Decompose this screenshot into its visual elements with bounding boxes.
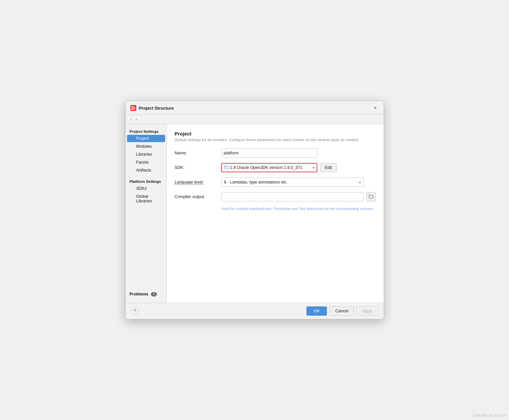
language-chevron-icon: ▾ — [359, 181, 361, 184]
compiler-hint: Used for module subdirectories, Producti… — [221, 207, 376, 211]
sidebar: Project Settings Project Modules Librari… — [126, 124, 167, 303]
compiler-controls — [221, 192, 376, 201]
sdk-label: SDK: — [175, 165, 221, 170]
nav-bar: ‹ › — [126, 115, 384, 124]
title-bar: Project Structure × — [126, 101, 384, 115]
sidebar-item-modules[interactable]: Modules — [127, 143, 165, 150]
language-level-row: Language level: 8 - Lambdas, type annota… — [175, 178, 376, 187]
problems-row[interactable]: Problems 4 — [126, 290, 166, 298]
sidebar-item-project[interactable]: Project — [127, 135, 165, 142]
project-settings-label: Project Settings — [126, 128, 166, 134]
sdk-dropdown[interactable]: 1.8 Oracle OpenJDK version 1.8.0_371 ▾ — [221, 163, 317, 172]
compiler-output-label: Compiler output: — [175, 194, 221, 199]
app-icon — [130, 105, 136, 111]
sdk-edit-button[interactable]: Edit — [320, 163, 337, 172]
cancel-button[interactable]: Cancel — [330, 306, 354, 316]
problems-badge: 4 — [151, 292, 157, 296]
sdk-controls: 1.8 Oracle OpenJDK version 1.8.0_371 ▾ E… — [221, 163, 337, 172]
sdk-value: 1.8 Oracle OpenJDK version 1.8.0_371 — [230, 165, 302, 170]
compiler-output-row: Compiler output: — [175, 192, 376, 201]
dialog-body: Project Settings Project Modules Librari… — [126, 124, 384, 303]
sdk-row: SDK: 1.8 Oracle OpenJDK version 1.8.0_37… — [175, 163, 376, 172]
problems-label: Problems — [130, 292, 149, 296]
sidebar-item-sdks[interactable]: SDKs — [127, 185, 165, 192]
close-button[interactable]: × — [372, 104, 379, 112]
footer-buttons: OK Cancel Apply — [306, 306, 378, 316]
language-level-label: Language level: — [175, 180, 221, 184]
name-label: Name: — [175, 151, 221, 155]
sdk-chevron-icon: ▾ — [313, 166, 314, 170]
platform-settings-label: Platform Settings — [126, 178, 166, 184]
ok-button[interactable]: OK — [306, 306, 327, 316]
section-title: Project — [175, 131, 376, 136]
sdk-dropdown-inner: 1.8 Oracle OpenJDK version 1.8.0_371 — [224, 165, 302, 170]
sidebar-item-facets[interactable]: Facets — [127, 159, 165, 166]
main-content: Project Default settings for all modules… — [167, 124, 384, 303]
apply-button[interactable]: Apply — [356, 306, 378, 316]
svg-rect-3 — [131, 109, 134, 110]
watermark: CSDN @Kudo Shin-ichi — [471, 414, 506, 417]
language-level-value: 8 - Lambdas, type annotations etc. — [224, 180, 288, 184]
dialog-title: Project Structure — [139, 106, 174, 111]
sdk-icon — [224, 165, 229, 170]
help-button[interactable]: ? — [131, 307, 139, 315]
folder-browse-button[interactable] — [366, 192, 376, 201]
svg-rect-2 — [131, 106, 134, 107]
compiler-output-input[interactable] — [221, 192, 364, 201]
sidebar-item-artifacts[interactable]: Artifacts — [127, 167, 165, 174]
forward-button[interactable]: › — [134, 116, 139, 123]
sidebar-item-global-libraries[interactable]: Global Libraries — [127, 193, 165, 205]
back-button[interactable]: ‹ — [129, 116, 133, 123]
section-description: Default settings for all modules. Config… — [175, 138, 376, 142]
language-level-dropdown[interactable]: 8 - Lambdas, type annotations etc. ▾ — [221, 178, 364, 187]
title-bar-left: Project Structure — [130, 105, 174, 111]
footer: ? OK Cancel Apply — [126, 303, 384, 319]
svg-rect-1 — [131, 108, 135, 108]
sidebar-item-libraries[interactable]: Libraries — [127, 151, 165, 158]
project-structure-dialog: Project Structure × ‹ › Project Settings… — [125, 101, 384, 319]
name-row: Name: — [175, 148, 376, 158]
folder-icon — [369, 194, 373, 199]
name-input[interactable] — [221, 148, 317, 158]
